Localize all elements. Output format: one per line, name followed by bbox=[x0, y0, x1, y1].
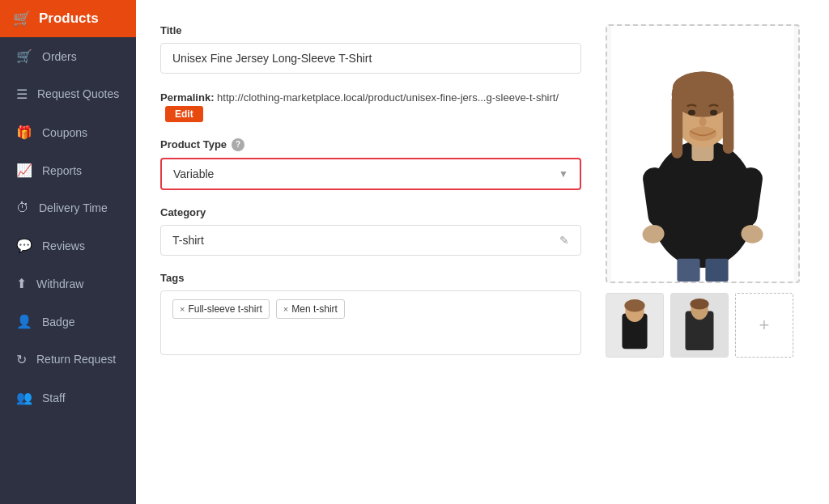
thumbnail-row: + bbox=[606, 293, 800, 358]
sidebar-header[interactable]: 🛒 Products bbox=[0, 0, 136, 37]
tags-label: Tags bbox=[160, 272, 581, 284]
permalink-edit-button[interactable]: Edit bbox=[165, 106, 203, 122]
svg-rect-16 bbox=[677, 259, 699, 282]
tag-remove-icon[interactable]: × bbox=[180, 304, 185, 314]
sidebar-item-label: Reviews bbox=[42, 239, 85, 252]
thumbnail-2[interactable] bbox=[670, 293, 729, 358]
title-input[interactable] bbox=[160, 43, 581, 74]
svg-rect-17 bbox=[705, 259, 728, 282]
category-label: Category bbox=[160, 206, 581, 218]
group-icon: 👥 bbox=[16, 390, 32, 405]
products-header-icon: 🛒 bbox=[13, 10, 31, 28]
title-label: Title bbox=[160, 24, 581, 36]
thumb-svg-2 bbox=[671, 294, 728, 357]
sidebar-item-badge[interactable]: 👤 Badge bbox=[0, 303, 136, 341]
sidebar-item-label: Delivery Time bbox=[39, 201, 108, 215]
tag-label: Men t-shirt bbox=[291, 303, 338, 315]
product-type-field-group: Product Type ? Variable Simple Grouped E… bbox=[160, 138, 581, 190]
product-type-select[interactable]: Variable Simple Grouped External bbox=[162, 159, 580, 188]
svg-point-9 bbox=[710, 110, 717, 116]
sidebar-item-coupons[interactable]: 🎁 Coupons bbox=[0, 113, 136, 151]
sidebar-item-label: Reports bbox=[42, 164, 82, 177]
chart-icon: 📈 bbox=[16, 163, 32, 178]
svg-point-25 bbox=[690, 299, 708, 310]
sidebar-item-label: Staff bbox=[42, 392, 66, 404]
svg-point-7 bbox=[673, 71, 733, 104]
add-image-button[interactable]: + bbox=[735, 293, 793, 358]
tags-field-group: Tags × Full-sleeve t-shirt × Men t-shirt bbox=[160, 272, 581, 355]
clock-icon: ⏱ bbox=[16, 201, 29, 215]
sidebar-item-reports[interactable]: 📈 Reports bbox=[0, 151, 136, 189]
tag-chip-men[interactable]: × Men t-shirt bbox=[276, 299, 345, 319]
title-field-group: Title bbox=[160, 24, 581, 74]
category-value: T-shirt bbox=[172, 234, 204, 247]
thumb-svg-1 bbox=[606, 294, 663, 357]
product-form: Title Permalink: http://clothing-marketp… bbox=[160, 24, 581, 480]
product-type-help-icon[interactable]: ? bbox=[232, 138, 244, 151]
list-icon: ☰ bbox=[16, 87, 28, 102]
sidebar-item-label: Withdraw bbox=[36, 277, 83, 290]
sidebar-item-label: Return Request bbox=[36, 352, 116, 366]
sidebar-item-reviews[interactable]: 💬 Reviews bbox=[0, 227, 136, 265]
permalink-label: Permalink: bbox=[160, 91, 214, 104]
svg-rect-5 bbox=[672, 95, 683, 159]
product-image-svg bbox=[607, 26, 798, 282]
tags-box: × Full-sleeve t-shirt × Men t-shirt bbox=[160, 290, 581, 355]
sidebar-header-label: Products bbox=[39, 11, 99, 27]
image-area: + bbox=[606, 24, 800, 480]
badge-icon: 👤 bbox=[16, 314, 32, 329]
category-edit-icon[interactable]: ✎ bbox=[559, 234, 569, 247]
svg-point-8 bbox=[688, 110, 695, 116]
tag-chip-full-sleeve[interactable]: × Full-sleeve t-shirt bbox=[172, 299, 270, 319]
permalink-url: http://clothing-marketplace.local/produc… bbox=[217, 91, 559, 104]
sidebar-item-return-request[interactable]: ↻ Return Request bbox=[0, 341, 136, 379]
sidebar-item-label: Request Quotes bbox=[37, 87, 119, 101]
sidebar: 🛒 Products 🛒 Orders ☰ Request Quotes 🎁 C… bbox=[0, 0, 136, 504]
sidebar-item-staff[interactable]: 👥 Staff bbox=[0, 379, 136, 417]
svg-point-10 bbox=[699, 117, 706, 126]
sidebar-item-delivery-time[interactable]: ⏱ Delivery Time bbox=[0, 189, 136, 227]
category-field-group: Category T-shirt ✎ bbox=[160, 206, 581, 256]
svg-point-21 bbox=[624, 299, 644, 312]
thumbnail-1[interactable] bbox=[606, 293, 664, 358]
chat-icon: 💬 bbox=[16, 238, 32, 253]
sidebar-item-label: Badge bbox=[42, 316, 74, 328]
gift-icon: 🎁 bbox=[16, 125, 32, 140]
sidebar-item-withdraw[interactable]: ⬆ Withdraw bbox=[0, 265, 136, 303]
product-type-select-wrapper: Variable Simple Grouped External ▼ bbox=[160, 158, 581, 190]
svg-point-11 bbox=[689, 126, 716, 141]
product-type-label: Product Type ? bbox=[160, 138, 581, 151]
sidebar-item-label: Coupons bbox=[42, 126, 87, 139]
cart-icon: 🛒 bbox=[16, 49, 32, 64]
sidebar-item-request-quotes[interactable]: ☰ Request Quotes bbox=[0, 75, 136, 113]
main-content: Title Permalink: http://clothing-marketp… bbox=[136, 0, 829, 504]
refresh-icon: ↻ bbox=[16, 352, 27, 367]
sidebar-item-label: Orders bbox=[42, 50, 77, 63]
permalink-row: Permalink: http://clothing-marketplace.l… bbox=[160, 90, 581, 122]
upload-icon: ⬆ bbox=[16, 276, 27, 291]
svg-rect-6 bbox=[723, 95, 734, 154]
tag-remove-icon[interactable]: × bbox=[283, 304, 288, 314]
sidebar-item-orders[interactable]: 🛒 Orders bbox=[0, 37, 136, 75]
main-product-image[interactable] bbox=[606, 24, 800, 283]
tag-label: Full-sleeve t-shirt bbox=[188, 303, 261, 315]
category-row: T-shirt ✎ bbox=[160, 225, 581, 256]
